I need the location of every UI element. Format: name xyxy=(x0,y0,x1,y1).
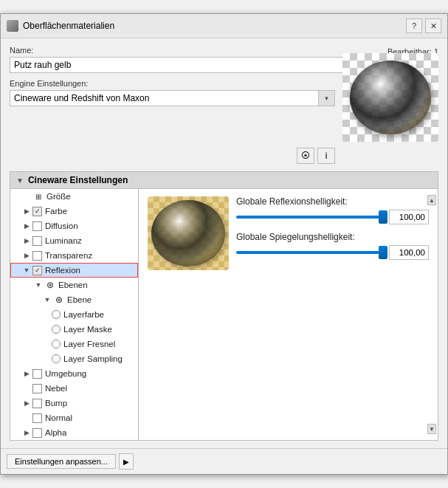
expand-icon-alpha: ▶ xyxy=(22,428,31,437)
eye-icon: ⦿ xyxy=(301,151,310,161)
radio-layerfarbe[interactable] xyxy=(52,310,61,319)
scroll-down-button[interactable]: ▼ xyxy=(427,424,436,434)
spiegel-slider-track[interactable] xyxy=(236,251,385,254)
radio-layersampling[interactable] xyxy=(52,354,61,363)
engine-select[interactable]: Cineware und Redshift von Maxon xyxy=(10,90,335,106)
preview-sphere-ball xyxy=(350,61,431,134)
tree-item-luminanz[interactable]: ▶ Luminanz xyxy=(10,233,138,248)
titlebar-left: Oberflächenmaterialien xyxy=(7,20,114,32)
layermaske-label: Layer Maske xyxy=(63,325,112,334)
expand-icon-transparenz: ▶ xyxy=(22,251,31,260)
ebene-label: Ebene xyxy=(67,295,92,304)
checkbox-alpha[interactable] xyxy=(32,428,42,438)
tree-item-umgebung[interactable]: ▶ Umgebung xyxy=(10,366,138,381)
expand-icon-normal xyxy=(22,413,31,422)
scroll-up-button[interactable]: ▲ xyxy=(427,195,436,205)
right-preview xyxy=(148,196,229,270)
titlebar: Oberflächenmaterialien ? ✕ xyxy=(1,14,447,38)
spiegel-slider-thumb[interactable] xyxy=(379,246,387,259)
radio-layerfresnel[interactable] xyxy=(52,340,61,348)
checkbox-reflexion[interactable] xyxy=(32,266,42,275)
reflexion-slider-track[interactable] xyxy=(236,216,385,219)
reflexion-slider-thumb[interactable] xyxy=(379,210,387,224)
window-icon xyxy=(7,20,18,32)
diffusion-label: Diffusion xyxy=(45,221,78,230)
expand-icon-ebenen: ▼ xyxy=(34,281,43,289)
checkbox-transparenz[interactable] xyxy=(32,251,42,261)
info-button[interactable]: i xyxy=(317,148,335,164)
tree-item-ebenen[interactable]: ▼ ⊛ Ebenen xyxy=(10,278,138,292)
tree-item-nebel[interactable]: Nebel xyxy=(10,381,138,396)
alpha-label: Alpha xyxy=(45,428,66,437)
window-title: Oberflächenmaterialien xyxy=(23,21,114,31)
toolbar-row: ⦿ i xyxy=(10,148,335,164)
tree-item-layersampling[interactable]: Layer Sampling xyxy=(10,351,138,366)
tree-item-layerfarbe[interactable]: Layerfarbe xyxy=(10,307,138,322)
transparenz-label: Transparenz xyxy=(45,251,92,260)
farbe-label: Farbe xyxy=(45,207,67,216)
checkbox-normal[interactable] xyxy=(32,413,42,423)
checkbox-umgebung[interactable] xyxy=(32,369,42,379)
section-title: Cineware Einstellungen xyxy=(28,175,128,185)
radio-layermaske[interactable] xyxy=(52,325,61,334)
right-content-panel: Globale Reflexionshelligkeit: 100,00 xyxy=(139,189,438,440)
normal-label: Normal xyxy=(45,413,72,422)
reflexion-row: Globale Reflexionshelligkeit: 100,00 xyxy=(236,196,429,224)
close-button[interactable]: ✕ xyxy=(425,18,441,33)
checkbox-nebel[interactable] xyxy=(32,384,42,394)
material-preview xyxy=(342,53,438,142)
checkbox-diffusion[interactable] xyxy=(32,221,42,231)
checkbox-bump[interactable] xyxy=(32,399,42,408)
tree-panel: ⊞ Größe ▶ Farbe ▶ Di xyxy=(10,189,139,440)
tree-item-transparenz[interactable]: ▶ Transparenz xyxy=(10,248,138,263)
ebene-icon: ⊛ xyxy=(53,295,65,305)
expand-icon-nebel xyxy=(22,384,31,393)
tree-item-normal[interactable]: Normal xyxy=(10,410,138,425)
name-label: Name: xyxy=(10,46,33,55)
reflexion-value[interactable]: 100,00 xyxy=(389,210,429,224)
tree-item-layerfresnel[interactable]: Layer Fresnel xyxy=(10,337,138,351)
help-button[interactable]: ? xyxy=(406,18,422,33)
engine-value: Cineware und Redshift von Maxon xyxy=(10,90,318,106)
tree-item-diffusion[interactable]: ▶ Diffusion xyxy=(10,219,138,233)
spiegel-row: Globale Spiegelungshelligkeit: 100,00 xyxy=(236,232,429,260)
main-window: Oberflächenmaterialien ? ✕ Name: Bearbei… xyxy=(0,13,448,475)
bump-label: Bump xyxy=(45,399,67,408)
expand-icon-farbe: ▶ xyxy=(22,207,31,216)
preview-settings-area: Globale Reflexionshelligkeit: 100,00 xyxy=(148,196,429,270)
tree-item-reflexion[interactable]: ▼ Reflexion xyxy=(10,263,138,278)
groesse-label: Größe xyxy=(46,192,71,201)
expand-icon-diffusion: ▶ xyxy=(22,221,31,230)
titlebar-buttons: ? ✕ xyxy=(406,18,441,33)
tree-item-groesse[interactable]: ⊞ Größe xyxy=(10,189,138,204)
tree-item-layermaske[interactable]: Layer Maske xyxy=(10,322,138,337)
tree-item-alpha[interactable]: ▶ Alpha xyxy=(10,425,138,440)
checkbox-farbe[interactable] xyxy=(32,207,42,216)
ebenen-label: Ebenen xyxy=(58,281,88,289)
engine-dropdown-arrow[interactable] xyxy=(318,91,334,106)
expand-icon-umgebung: ▶ xyxy=(22,369,31,378)
section-header[interactable]: ▼ Cineware Einstellungen xyxy=(10,172,438,189)
expand-icon-ebene: ▼ xyxy=(43,295,52,304)
spiegel-value[interactable]: 100,00 xyxy=(389,245,429,260)
layersampling-label: Layer Sampling xyxy=(63,354,123,363)
tree-scroll[interactable]: ⊞ Größe ▶ Farbe ▶ Di xyxy=(10,189,138,440)
tree-item-ebene[interactable]: ▼ ⊛ Ebene xyxy=(10,292,138,307)
layerfarbe-label: Layerfarbe xyxy=(63,310,104,319)
tree-item-bump[interactable]: ▶ Bump xyxy=(10,396,138,410)
right-sphere-ball xyxy=(151,200,225,267)
tree-item-farbe[interactable]: ▶ Farbe xyxy=(10,204,138,219)
right-scrollbar: ▲ ▼ xyxy=(427,195,436,434)
settings-arrow-button[interactable]: ▶ xyxy=(119,453,134,470)
reflexion-slider-row: 100,00 xyxy=(236,210,429,224)
expand-icon-reflexion: ▼ xyxy=(22,266,31,275)
info-icon: i xyxy=(325,151,328,161)
checkbox-luminanz[interactable] xyxy=(32,236,42,246)
ebenen-icon: ⊛ xyxy=(44,280,56,290)
umgebung-label: Umgebung xyxy=(45,369,86,378)
cineware-section: ▼ Cineware Einstellungen ⊞ Größe xyxy=(10,171,438,441)
preview-mode-button[interactable]: ⦿ xyxy=(297,148,314,164)
settings-customize-button[interactable]: Einstellungen anpassen... xyxy=(7,454,116,469)
expand-icon-bump: ▶ xyxy=(22,399,31,408)
reflexion-label: Globale Reflexionshelligkeit: xyxy=(236,196,429,207)
